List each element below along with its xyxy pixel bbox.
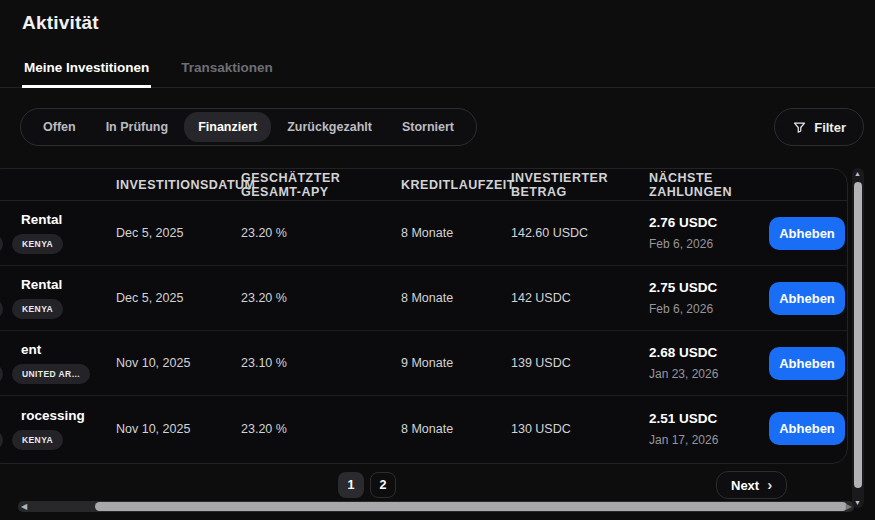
next-payment-cell: 2.76 USDC Feb 6, 2026 (649, 215, 767, 251)
loan-term: 9 Monate (401, 356, 511, 370)
invested-amount: 139 USDC (511, 356, 649, 370)
table-row[interactable]: ent S UNITED AR… Nov 10, 2025 23.10 % 9 … (0, 331, 847, 396)
investment-title: Rental (21, 212, 116, 227)
investment-title: rocessing (21, 408, 116, 423)
apy-value: 23.20 % (241, 291, 401, 305)
pagination: 1 2 (338, 472, 396, 498)
investment-title: ent (21, 342, 116, 357)
apy-value: 23.20 % (241, 422, 401, 436)
tab-transaktionen[interactable]: Transaktionen (179, 52, 275, 88)
next-page-button[interactable]: Next › (716, 471, 787, 499)
next-payment-date: Feb 6, 2026 (649, 302, 767, 316)
header-naechste-zahlungen: Nächste Zahlungen (649, 171, 767, 199)
action-cell: Abheben (767, 347, 847, 380)
scroll-left-icon[interactable]: ◀ (21, 502, 27, 511)
header-gesamt-apy: Geschätzter Gesamt-APY (241, 171, 401, 199)
segment-in-pruefung[interactable]: In Prüfung (92, 112, 183, 142)
segment-offen[interactable]: Offen (29, 112, 90, 142)
next-button-label: Next (731, 478, 759, 493)
next-payment-date: Jan 23, 2026 (649, 367, 767, 381)
next-payment-date: Jan 17, 2026 (649, 433, 767, 447)
table-header-row: Investitionsdatum Geschätzter Gesamt-APY… (0, 169, 847, 201)
table-row[interactable]: Rental S KENYA Dec 5, 2025 23.20 % 8 Mon… (0, 266, 847, 331)
header-investitionsdatum: Investitionsdatum (116, 178, 241, 192)
next-payment-amount: 2.76 USDC (649, 215, 767, 230)
filters-row: Offen In Prüfung Finanziert Zurückgezahl… (20, 108, 865, 146)
investment-date: Dec 5, 2025 (116, 291, 241, 305)
badge-list: S UNITED AR… (0, 364, 116, 384)
investment-date: Dec 5, 2025 (116, 226, 241, 240)
horizontal-scrollbar[interactable]: ◀ ▶ (18, 501, 854, 512)
category-badge: S (0, 234, 3, 254)
next-payment-amount: 2.75 USDC (649, 280, 767, 295)
segment-finanziert[interactable]: Finanziert (184, 112, 271, 142)
investment-date: Nov 10, 2025 (116, 356, 241, 370)
page-title: Aktivität (22, 12, 99, 34)
tab-bar: Meine Investitionen Transaktionen (0, 52, 875, 88)
badge-list: S KENYA (0, 299, 116, 319)
page-button-1[interactable]: 1 (338, 472, 364, 498)
investment-name-cell: rocessing T… KENYA (0, 408, 116, 450)
horizontal-scrollbar-thumb[interactable] (95, 502, 847, 511)
apy-value: 23.20 % (241, 226, 401, 240)
investment-name-cell: Rental S KENYA (0, 212, 116, 254)
investment-date: Nov 10, 2025 (116, 422, 241, 436)
scroll-right-icon[interactable]: ▶ (846, 502, 852, 511)
action-cell: Abheben (767, 282, 847, 315)
segment-storniert[interactable]: Storniert (388, 112, 468, 142)
country-badge: KENYA (12, 234, 63, 254)
loan-term: 8 Monate (401, 422, 511, 436)
category-badge: S (0, 364, 3, 384)
category-badge: S (0, 299, 3, 319)
category-badge: T… (0, 430, 3, 450)
investment-name-cell: Rental S KENYA (0, 277, 116, 319)
segment-zurueckgezahlt[interactable]: Zurückgezahlt (273, 112, 386, 142)
withdraw-button[interactable]: Abheben (769, 217, 845, 250)
next-payment-cell: 2.75 USDC Feb 6, 2026 (649, 280, 767, 316)
tab-meine-investitionen[interactable]: Meine Investitionen (22, 52, 151, 88)
next-payment-cell: 2.51 USDC Jan 17, 2026 (649, 411, 767, 447)
scroll-down-icon[interactable]: ▼ (854, 499, 861, 506)
apy-value: 23.10 % (241, 356, 401, 370)
badge-list: T… KENYA (0, 430, 116, 450)
action-cell: Abheben (767, 217, 847, 250)
invested-amount: 130 USDC (511, 422, 649, 436)
country-badge: UNITED AR… (12, 364, 90, 384)
investments-table: Investitionsdatum Geschätzter Gesamt-APY… (0, 168, 848, 464)
next-payment-date: Feb 6, 2026 (649, 237, 767, 251)
investment-title: Rental (21, 277, 116, 292)
filter-button[interactable]: Filter (774, 108, 864, 146)
table-row[interactable]: Rental S KENYA Dec 5, 2025 23.20 % 8 Mon… (0, 201, 847, 266)
invested-amount: 142.60 USDC (511, 226, 649, 240)
table-row[interactable]: rocessing T… KENYA Nov 10, 2025 23.20 % … (0, 396, 847, 461)
withdraw-button[interactable]: Abheben (769, 347, 845, 380)
page-button-2[interactable]: 2 (370, 472, 396, 498)
badge-list: S KENYA (0, 234, 116, 254)
next-payment-amount: 2.68 USDC (649, 345, 767, 360)
scroll-up-icon[interactable]: ▲ (854, 170, 861, 177)
loan-term: 8 Monate (401, 226, 511, 240)
header-kreditlaufzeit: Kreditlaufzeit (401, 178, 511, 192)
invested-amount: 142 USDC (511, 291, 649, 305)
next-payment-amount: 2.51 USDC (649, 411, 767, 426)
withdraw-button[interactable]: Abheben (769, 282, 845, 315)
filter-button-label: Filter (814, 120, 846, 135)
header-investierter-betrag: Investierter Betrag (511, 171, 649, 199)
chevron-right-icon: › (767, 477, 772, 494)
vertical-scrollbar[interactable]: ▲ ▼ (852, 168, 864, 508)
status-segmented-control: Offen In Prüfung Finanziert Zurückgezahl… (20, 108, 477, 146)
next-payment-cell: 2.68 USDC Jan 23, 2026 (649, 345, 767, 381)
investment-name-cell: ent S UNITED AR… (0, 342, 116, 384)
loan-term: 8 Monate (401, 291, 511, 305)
action-cell: Abheben (767, 412, 847, 445)
funnel-icon (792, 120, 807, 135)
country-badge: KENYA (12, 430, 63, 450)
withdraw-button[interactable]: Abheben (769, 412, 845, 445)
vertical-scrollbar-thumb[interactable] (854, 182, 862, 488)
country-badge: KENYA (12, 299, 63, 319)
